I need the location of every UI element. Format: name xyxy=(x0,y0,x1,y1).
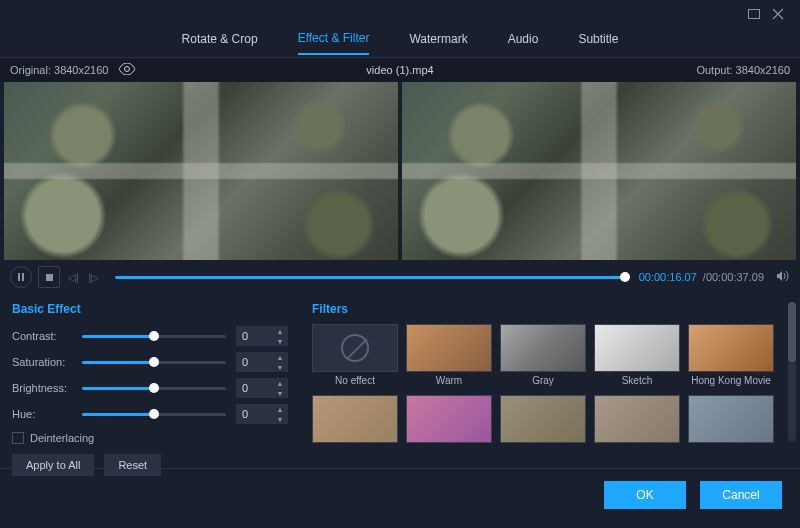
contrast-spinner[interactable]: 0▲▼ xyxy=(236,326,288,346)
tab-effect-filter[interactable]: Effect & Filter xyxy=(298,31,370,55)
svg-rect-4 xyxy=(46,274,53,281)
hue-down-icon[interactable]: ▼ xyxy=(272,414,288,424)
preview-eye-icon[interactable] xyxy=(118,63,136,77)
no-effect-icon xyxy=(341,334,369,362)
filter-warm[interactable]: Warm xyxy=(406,324,492,387)
contrast-label: Contrast: xyxy=(12,330,82,342)
info-bar: Original: 3840x2160 video (1).mp4 Output… xyxy=(0,58,800,82)
deinterlacing-label: Deinterlacing xyxy=(30,432,94,444)
filter-no-effect[interactable]: No effect xyxy=(312,324,398,387)
saturation-spinner[interactable]: 0▲▼ xyxy=(236,352,288,372)
filters-title: Filters xyxy=(312,302,788,316)
filter-gray[interactable]: Gray xyxy=(500,324,586,387)
filters-scrollbar[interactable] xyxy=(788,302,796,442)
svg-rect-2 xyxy=(18,273,20,281)
contrast-down-icon[interactable]: ▼ xyxy=(272,336,288,346)
saturation-up-icon[interactable]: ▲ xyxy=(272,352,288,362)
original-resolution: Original: 3840x2160 xyxy=(10,64,108,76)
ok-button[interactable]: OK xyxy=(604,481,686,509)
contrast-slider[interactable] xyxy=(82,335,226,338)
saturation-slider[interactable] xyxy=(82,361,226,364)
filter-item-7[interactable] xyxy=(406,395,492,458)
filters-panel: Filters No effect Warm Gray Sketch Hong … xyxy=(300,294,800,468)
output-resolution: Output: 3840x2160 xyxy=(696,64,790,76)
hue-label: Hue: xyxy=(12,408,82,420)
tab-bar: Rotate & Crop Effect & Filter Watermark … xyxy=(0,28,800,58)
preview-original xyxy=(4,82,398,260)
tab-subtitle[interactable]: Subtitle xyxy=(578,32,618,54)
saturation-label: Saturation: xyxy=(12,356,82,368)
hue-slider[interactable] xyxy=(82,413,226,416)
svg-rect-0 xyxy=(749,10,760,19)
next-frame-button[interactable]: |▷ xyxy=(87,272,102,283)
playback-bar: ◁| |▷ 00:00:16.07/00:00:37.09 xyxy=(0,260,800,294)
tab-watermark[interactable]: Watermark xyxy=(409,32,467,54)
brightness-spinner[interactable]: 0▲▼ xyxy=(236,378,288,398)
stop-button[interactable] xyxy=(38,266,60,288)
basic-effect-panel: Basic Effect Contrast: 0▲▼ Saturation: 0… xyxy=(0,294,300,468)
time-total: /00:00:37.09 xyxy=(703,271,764,283)
filter-sketch[interactable]: Sketch xyxy=(594,324,680,387)
filter-item-9[interactable] xyxy=(594,395,680,458)
preview-area xyxy=(0,82,800,260)
tab-audio[interactable]: Audio xyxy=(508,32,539,54)
bottom-panel: Basic Effect Contrast: 0▲▼ Saturation: 0… xyxy=(0,294,800,468)
filename-label: video (1).mp4 xyxy=(366,64,433,76)
prev-frame-button[interactable]: ◁| xyxy=(66,272,81,283)
pause-button[interactable] xyxy=(10,266,32,288)
filter-item-6[interactable] xyxy=(312,395,398,458)
hue-spinner[interactable]: 0▲▼ xyxy=(236,404,288,424)
titlebar xyxy=(0,0,800,28)
svg-point-1 xyxy=(125,67,130,72)
basic-effect-title: Basic Effect xyxy=(12,302,288,316)
svg-rect-3 xyxy=(22,273,24,281)
filter-hong-kong-movie[interactable]: Hong Kong Movie xyxy=(688,324,774,387)
preview-output xyxy=(402,82,796,260)
contrast-up-icon[interactable]: ▲ xyxy=(272,326,288,336)
saturation-down-icon[interactable]: ▼ xyxy=(272,362,288,372)
tab-rotate-crop[interactable]: Rotate & Crop xyxy=(182,32,258,54)
brightness-slider[interactable] xyxy=(82,387,226,390)
hue-up-icon[interactable]: ▲ xyxy=(272,404,288,414)
brightness-up-icon[interactable]: ▲ xyxy=(272,378,288,388)
apply-to-all-button[interactable]: Apply to All xyxy=(12,454,94,476)
brightness-label: Brightness: xyxy=(12,382,82,394)
reset-button[interactable]: Reset xyxy=(104,454,161,476)
volume-icon[interactable] xyxy=(776,270,790,285)
time-current: 00:00:16.07 xyxy=(639,271,697,283)
maximize-icon[interactable] xyxy=(742,4,766,24)
close-icon[interactable] xyxy=(766,4,790,24)
filter-item-8[interactable] xyxy=(500,395,586,458)
cancel-button[interactable]: Cancel xyxy=(700,481,782,509)
brightness-down-icon[interactable]: ▼ xyxy=(272,388,288,398)
filter-item-10[interactable] xyxy=(688,395,774,458)
deinterlacing-checkbox[interactable] xyxy=(12,432,24,444)
timeline-slider[interactable] xyxy=(115,276,624,279)
